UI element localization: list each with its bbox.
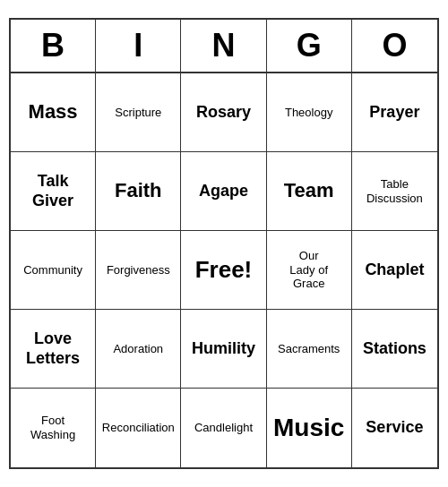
bingo-card: BINGO MassScriptureRosaryTheologyPrayerT… [9,18,439,469]
cell-text-22: Candlelight [194,421,253,435]
cell-text-15: Love Letters [26,329,80,368]
cell-text-16: Adoration [113,342,163,356]
cell-text-10: Community [23,263,82,278]
header-letter-i: I [96,20,181,72]
bingo-cell-3: Theology [267,73,352,152]
bingo-cell-10: Community [11,231,96,310]
bingo-cell-17: Humility [181,310,266,389]
bingo-header: BINGO [11,20,437,73]
cell-text-13: Our Lady of Grace [289,249,328,291]
bingo-cell-19: Stations [352,310,437,389]
bingo-cell-14: Chaplet [352,231,437,310]
header-letter-n: N [181,20,266,72]
header-letter-o: O [352,20,437,72]
bingo-cell-9: Table Discussion [352,152,437,231]
bingo-cell-7: Agape [181,152,266,231]
cell-text-11: Forgiveness [107,263,170,278]
bingo-cell-1: Scripture [96,73,181,152]
bingo-cell-21: Reconciliation [96,389,181,467]
bingo-cell-13: Our Lady of Grace [267,231,352,310]
bingo-cell-4: Prayer [352,73,437,152]
cell-text-12: Free! [195,256,253,284]
bingo-cell-12: Free! [181,231,266,310]
cell-text-9: Table Discussion [366,177,423,205]
bingo-cell-11: Forgiveness [96,231,181,310]
bingo-cell-24: Service [352,389,437,467]
cell-text-21: Reconciliation [102,421,175,435]
cell-text-17: Humility [192,339,255,359]
bingo-cell-22: Candlelight [181,389,266,467]
cell-text-1: Scripture [115,106,161,120]
header-letter-g: G [267,20,352,72]
cell-text-19: Stations [363,339,426,359]
cell-text-14: Chaplet [365,261,424,280]
bingo-cell-18: Sacraments [267,310,352,389]
bingo-cell-20: Foot Washing [11,389,96,467]
cell-text-8: Team [284,179,334,202]
cell-text-6: Faith [115,179,162,202]
header-letter-b: B [11,20,96,72]
bingo-cell-2: Rosary [181,73,266,152]
bingo-cell-15: Love Letters [11,310,96,389]
bingo-cell-23: Music [267,389,352,467]
bingo-cell-5: Talk Giver [11,152,96,231]
bingo-grid: MassScriptureRosaryTheologyPrayerTalk Gi… [11,73,437,467]
cell-text-7: Agape [199,182,248,201]
cell-text-0: Mass [29,100,78,124]
bingo-cell-16: Adoration [96,310,181,389]
cell-text-3: Theology [285,106,332,120]
cell-text-20: Foot Washing [30,414,75,441]
cell-text-2: Rosary [196,103,251,123]
cell-text-4: Prayer [369,103,419,123]
cell-text-23: Music [273,413,344,443]
bingo-cell-8: Team [267,152,352,231]
bingo-cell-6: Faith [96,152,181,231]
cell-text-5: Talk Giver [32,172,73,210]
cell-text-18: Sacraments [278,342,340,356]
cell-text-24: Service [366,418,423,438]
bingo-cell-0: Mass [11,73,96,152]
